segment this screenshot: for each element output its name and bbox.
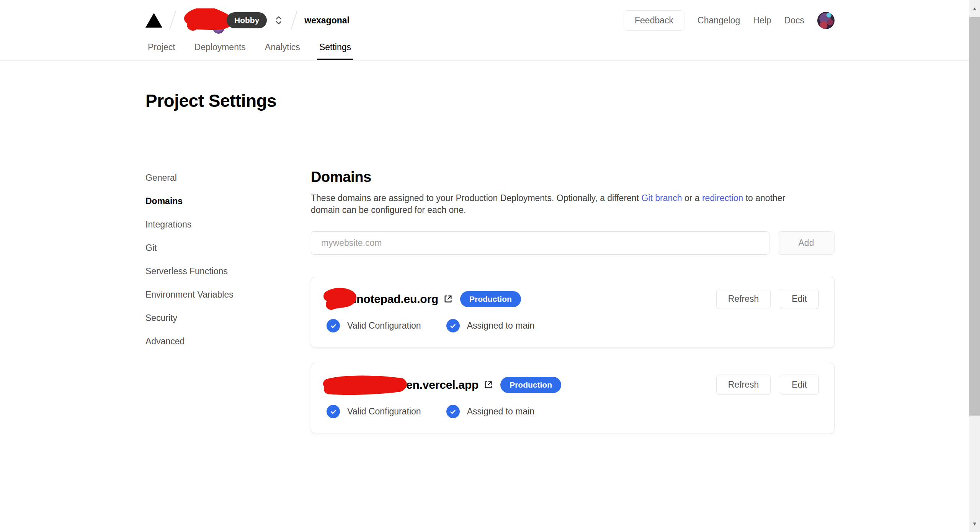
scrollbar-down-arrow[interactable]: ▼ xyxy=(969,515,980,532)
add-domain-input[interactable] xyxy=(311,231,769,255)
sidebar-item-security[interactable]: Security xyxy=(145,312,311,324)
external-link-icon[interactable] xyxy=(443,294,453,304)
status-label: Assigned to main xyxy=(467,406,534,417)
sidebar-item-git[interactable]: Git xyxy=(145,242,311,254)
description-text: or a xyxy=(682,193,702,203)
sidebar-item-serverless-functions[interactable]: Serverless Functions xyxy=(145,265,311,277)
breadcrumb-project-name[interactable]: wexagonal xyxy=(304,15,350,26)
domain-name[interactable]: en.vercel.app xyxy=(406,378,479,391)
redirection-link[interactable]: redirection xyxy=(702,193,743,203)
refresh-button[interactable]: Refresh xyxy=(716,289,771,309)
redaction-scribble xyxy=(319,373,410,400)
edit-button[interactable]: Edit xyxy=(780,289,819,309)
sidebar-item-advanced[interactable]: Advanced xyxy=(145,336,311,347)
vertical-scrollbar[interactable]: ▲ ▼ xyxy=(969,0,980,532)
scrollbar-thumb[interactable] xyxy=(969,17,980,416)
plan-badge: Hobby xyxy=(227,12,267,28)
breadcrumb-slash xyxy=(291,11,297,30)
settings-sidebar: General Domains Integrations Git Serverl… xyxy=(145,169,311,433)
project-tabs: Project Deployments Analytics Settings xyxy=(145,42,353,60)
check-icon xyxy=(327,319,340,332)
page-title: Project Settings xyxy=(145,90,835,111)
nav-link-changelog[interactable]: Changelog xyxy=(697,15,740,26)
status-label: Valid Configuration xyxy=(347,406,421,417)
domain-name[interactable]: inotepad.eu.org xyxy=(353,293,438,306)
team-name-redacted xyxy=(183,8,232,32)
domains-description: These domains are assigned to your Produ… xyxy=(311,192,803,216)
domain-card: inotepad.eu.org Production Refresh Edit xyxy=(311,277,835,347)
status-label: Assigned to main xyxy=(467,321,534,331)
check-icon xyxy=(446,319,460,332)
sidebar-item-general[interactable]: General xyxy=(145,172,311,183)
refresh-button[interactable]: Refresh xyxy=(716,375,771,395)
sidebar-item-domains[interactable]: Domains xyxy=(145,195,311,207)
tab-settings[interactable]: Settings xyxy=(317,42,353,60)
status-valid-configuration: Valid Configuration xyxy=(327,405,421,418)
redaction-scribble xyxy=(183,8,232,32)
breadcrumb-slash xyxy=(169,11,176,30)
domain-card: en.vercel.app Production Refresh Edit xyxy=(311,363,835,433)
tab-analytics[interactable]: Analytics xyxy=(263,42,302,60)
production-badge: Production xyxy=(460,291,521,307)
nav-link-docs[interactable]: Docs xyxy=(784,15,804,26)
check-icon xyxy=(327,405,340,418)
check-icon xyxy=(446,405,460,418)
redaction-scribble xyxy=(320,287,359,313)
feedback-button[interactable]: Feedback xyxy=(624,10,684,31)
status-assigned-to-main: Assigned to main xyxy=(446,319,534,332)
edit-button[interactable]: Edit xyxy=(780,375,819,395)
status-assigned-to-main: Assigned to main xyxy=(446,405,534,418)
git-branch-link[interactable]: Git branch xyxy=(641,193,682,203)
title-band: Project Settings xyxy=(0,61,980,135)
status-valid-configuration: Valid Configuration xyxy=(327,319,421,332)
sidebar-item-integrations[interactable]: Integrations xyxy=(145,219,311,230)
description-text: These domains are assigned to your Produ… xyxy=(311,193,641,203)
sidebar-item-environment-variables[interactable]: Environment Variables xyxy=(145,289,311,300)
external-link-icon[interactable] xyxy=(483,380,493,390)
scrollbar-up-arrow[interactable]: ▲ xyxy=(969,0,980,17)
add-domain-button[interactable]: Add xyxy=(778,231,835,255)
tab-project[interactable]: Project xyxy=(145,42,178,60)
user-avatar[interactable] xyxy=(817,12,835,29)
status-label: Valid Configuration xyxy=(347,321,421,331)
nav-link-help[interactable]: Help xyxy=(753,15,771,26)
domains-heading: Domains xyxy=(311,169,835,185)
vercel-logo-icon[interactable] xyxy=(145,13,162,28)
header: Hobby wexagonal Feedback Changelog Help … xyxy=(0,0,980,61)
production-badge: Production xyxy=(500,377,561,393)
tab-deployments[interactable]: Deployments xyxy=(192,42,248,60)
team-switcher-caret-icon[interactable] xyxy=(274,14,284,27)
